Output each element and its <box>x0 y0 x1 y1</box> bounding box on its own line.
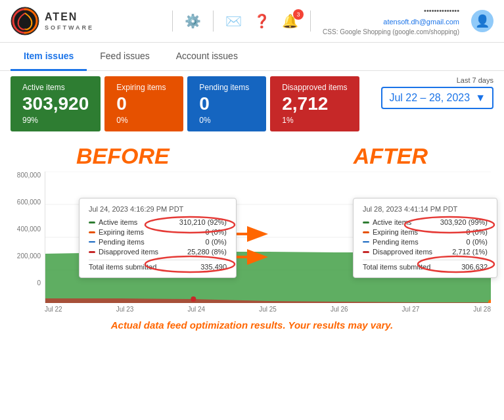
before-total-label: Total items submitted <box>89 263 156 271</box>
user-info: •••••••••••••• atensoft.dh@gmail.com CSS… <box>323 5 459 37</box>
tooltip-after-total: Total items submitted 306,632 <box>363 260 488 271</box>
legend-disapproved-after: Disapproved items <box>363 248 432 256</box>
stat-active-pct: 99% <box>22 116 89 125</box>
legend-disapproved-before: Disapproved items <box>89 248 158 256</box>
stat-disapproved: Disapproved items 2,712 1% <box>270 76 359 131</box>
after-total-val: 306,632 <box>461 263 488 271</box>
tab-account-issues[interactable]: Account issues <box>163 43 251 71</box>
chart-y-labels: 800,000 600,000 400,000 200,000 0 <box>7 172 41 287</box>
tooltip-after-row-2: Pending items 0 (0%) <box>363 238 488 246</box>
before-label: BEFORE <box>76 143 170 169</box>
tooltip-before-row-2: Pending items 0 (0%) <box>89 238 227 246</box>
tooltip-after-row-1: Expiring items 0 (0%) <box>363 228 488 236</box>
before-total-val: 335,490 <box>200 263 227 271</box>
logo-area: ATEN SOFTWARE <box>11 7 172 35</box>
before-pending-val: 0 (0%) <box>206 238 227 246</box>
y-label-200k: 200,000 <box>7 252 41 260</box>
chart-area: 800,000 600,000 400,000 200,000 0 <box>0 172 504 313</box>
x-label-jul25: Jul 25 <box>259 306 277 313</box>
legend-active-after: Active items <box>363 218 411 226</box>
chevron-down-icon: ▼ <box>475 92 486 104</box>
tooltip-before: Jul 24, 2023 4:16:29 PM PDT Active items… <box>79 198 237 278</box>
tooltip-after-row-0: Active items 303,920 (99%) <box>363 218 488 226</box>
stat-pending-pct: 0% <box>199 116 254 125</box>
x-label-jul28: Jul 28 <box>473 306 491 313</box>
stat-pending-value: 0 <box>199 93 254 114</box>
blue-dot <box>89 241 95 243</box>
tabs: Item issues Feed issues Account issues <box>0 43 504 71</box>
legend-expiring-before: Expiring items <box>89 228 144 236</box>
stat-disapproved-label: Disapproved items <box>282 83 347 92</box>
stat-pending: Pending items 0 0% <box>187 76 266 131</box>
tooltip-after: Jul 28, 2023 4:41:14 PM PDT Active items… <box>353 198 497 278</box>
divider <box>172 11 173 32</box>
red-dot-after <box>363 251 369 253</box>
date-select[interactable]: Jul 22 – 28, 2023 ▼ <box>381 87 493 109</box>
after-expiring-val: 0 (0%) <box>467 228 488 236</box>
help-icon[interactable]: ❓ <box>254 13 270 29</box>
logo-icon <box>11 7 39 35</box>
legend-pending-before: Pending items <box>89 238 145 246</box>
settings-icon[interactable]: ⚙️ <box>185 13 201 29</box>
stat-active: Active items 303,920 99% <box>11 76 101 131</box>
legend-pending-after-label: Pending items <box>373 238 419 246</box>
header: ATEN SOFTWARE ⚙️ ✉️ ❓ 🔔 3 ••••••••••••••… <box>0 0 504 43</box>
y-label-400k: 400,000 <box>7 225 41 233</box>
avatar[interactable]: 👤 <box>471 10 493 32</box>
x-label-jul24: Jul 24 <box>187 306 205 313</box>
after-active-val: 303,920 (99%) <box>440 218 488 226</box>
tooltip-before-date: Jul 24, 2023 4:16:29 PM PDT <box>89 205 227 213</box>
notification-icon[interactable]: 🔔 3 <box>282 13 298 29</box>
after-disapproved-val: 2,712 (1%) <box>452 248 488 256</box>
before-disapproved-val: 25,280 (8%) <box>187 248 227 256</box>
stat-expiring-pct: 0% <box>116 116 172 125</box>
after-total-label: Total items submitted <box>363 263 430 271</box>
stat-disapproved-pct: 1% <box>282 116 347 125</box>
legend-active-before: Active items <box>89 218 137 226</box>
tab-item-issues[interactable]: Item issues <box>11 43 87 71</box>
orange-dot-after <box>363 231 369 233</box>
after-label: AFTER <box>354 143 428 169</box>
legend-disapproved-after-label: Disapproved items <box>373 248 432 256</box>
header-icons: ⚙️ ✉️ ❓ 🔔 3 •••••••••••••• atensoft.dh@g… <box>172 5 493 37</box>
stat-expiring: Expiring items 0 0% <box>104 76 183 131</box>
tooltip-after-row-3: Disapproved items 2,712 (1%) <box>363 248 488 256</box>
tooltip-before-row-1: Expiring items 0 (0%) <box>89 228 227 236</box>
mail-icon[interactable]: ✉️ <box>225 13 242 29</box>
red-dot <box>89 251 95 253</box>
tooltip-before-total: Total items submitted 335,490 <box>89 260 227 271</box>
x-label-jul23: Jul 23 <box>116 306 134 313</box>
stats-row: Active items 303,920 99% Expiring items … <box>0 71 504 137</box>
green-dot <box>89 222 95 223</box>
legend-expiring-after: Expiring items <box>363 228 418 236</box>
orange-dot <box>89 231 95 233</box>
legend-disapproved-label: Disapproved items <box>99 248 158 256</box>
legend-pending-label: Pending items <box>99 238 145 246</box>
legend-active-label: Active items <box>99 218 137 226</box>
tab-feed-issues[interactable]: Feed issues <box>87 43 162 71</box>
after-pending-val: 0 (0%) <box>467 238 488 246</box>
stat-active-label: Active items <box>22 83 89 92</box>
bottom-text: Actual data feed optimization results. Y… <box>0 313 504 336</box>
tooltip-after-date: Jul 28, 2023 4:41:14 PM PDT <box>363 205 488 213</box>
tooltip-before-row-3: Disapproved items 25,280 (8%) <box>89 248 227 256</box>
date-value: Jul 22 – 28, 2023 <box>389 92 470 104</box>
before-after-labels: BEFORE AFTER <box>0 143 504 169</box>
stat-expiring-label: Expiring items <box>116 83 172 92</box>
logo-text: ATEN SOFTWARE <box>45 11 94 32</box>
divider3 <box>310 11 311 32</box>
x-labels: Jul 22 Jul 23 Jul 24 Jul 25 Jul 26 Jul 2… <box>45 303 491 313</box>
legend-expiring-after-label: Expiring items <box>373 228 418 236</box>
stat-active-value: 303,920 <box>22 93 89 114</box>
date-filter-label: Last 7 days <box>457 76 493 84</box>
tooltip-before-row-0: Active items 310,210 (92%) <box>89 218 227 226</box>
date-filter: Last 7 days Jul 22 – 28, 2023 ▼ <box>381 76 493 109</box>
stat-pending-label: Pending items <box>199 83 254 92</box>
x-label-jul26: Jul 26 <box>331 306 348 313</box>
comparison-section: BEFORE AFTER 800,000 600,000 400,000 200… <box>0 137 504 313</box>
blue-dot-after <box>363 241 369 243</box>
before-active-val: 310,210 (92%) <box>179 218 227 226</box>
stat-expiring-value: 0 <box>116 93 172 114</box>
y-label-0: 0 <box>7 279 41 287</box>
y-label-600k: 600,000 <box>7 198 41 206</box>
